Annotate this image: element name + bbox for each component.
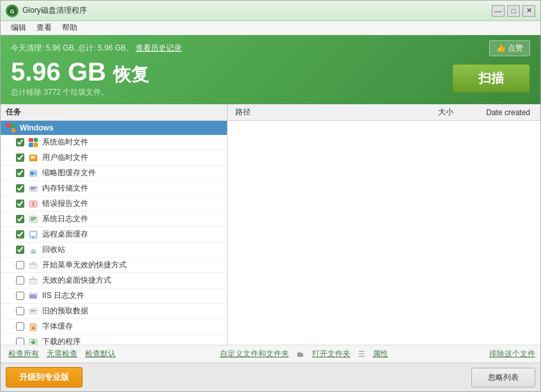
title-bar: G Glory磁盘清理程序 — □ ✕ [1,1,540,21]
bottom-center-actions: 自定义文件和文件夹 🖿 打开文件夹 ☰ 属性 [118,348,489,360]
file-list [228,121,540,345]
menu-bar: 编辑 查看 帮助 [1,21,540,35]
bottom-action-bar: 检查所有 无需检查 检查默认 自定义文件和文件夹 🖿 打开文件夹 ☰ 属性 排除… [1,345,540,363]
task-checkbox-12[interactable] [16,307,24,315]
svg-point-7 [33,172,36,175]
minimize-button[interactable]: — [492,5,505,17]
menu-view[interactable]: 查看 [31,21,57,35]
task-icon-13: A [28,322,38,332]
list-item[interactable]: 下载的程序 [1,334,227,345]
task-icon-10 [28,276,38,286]
task-panel-header: 任务 [1,104,227,121]
like-button[interactable]: 👍 点赞 [489,40,530,56]
list-item[interactable]: A 字体缓存 [1,319,227,334]
task-group-label: Windows [20,123,54,132]
maximize-button[interactable]: □ [507,5,520,17]
menu-help[interactable]: 帮助 [57,21,82,35]
ignore-button[interactable]: 忽略列表 [471,368,535,388]
task-icon-7 [28,230,38,240]
open-folder-link[interactable]: 打开文件夹 [310,348,353,360]
size-label: 恢复 [113,65,149,84]
close-button[interactable]: ✕ [522,5,535,17]
main-window: G Glory磁盘清理程序 — □ ✕ 编辑 查看 帮助 今天清理: 5.96 … [0,0,541,392]
check-default-link[interactable]: 检查默认 [82,348,118,360]
task-checkbox-14[interactable] [16,338,24,345]
list-item[interactable]: 用户临时文件 [1,150,227,166]
exclude-file-link[interactable]: 排除这个文件 [489,349,535,359]
svg-text:G: G [10,8,14,15]
task-label-2: 用户临时文件 [42,152,88,163]
task-icon-5: ! [28,199,38,209]
list-item[interactable]: 回收站 [1,242,227,258]
task-label-7: 远程桌面缓存 [42,229,88,240]
list-item[interactable]: 系统日志文件 [1,212,227,227]
task-list-container[interactable]: Windows 系统临时文件 用户临时文件 [1,121,227,345]
svg-rect-4 [31,157,35,159]
task-checkbox-4[interactable] [16,184,24,192]
window-controls: — □ ✕ [492,5,535,17]
file-panel: 路径 大小 Date created [228,104,540,345]
svg-point-6 [31,171,34,175]
list-item[interactable]: IIS IIS 日志文件 [1,288,227,304]
svg-text:A: A [32,325,35,330]
svg-rect-8 [29,186,37,191]
sub-text: 总计移除 3772 个垃圾文件。 [11,87,149,98]
svg-rect-16 [31,220,34,221]
size-display: 5.96 GB 恢复 [11,59,149,84]
scan-button[interactable]: 扫描 [452,64,530,93]
svg-rect-9 [31,187,36,189]
task-checkbox-2[interactable] [16,153,24,162]
svg-rect-24 [29,279,37,280]
menu-edit[interactable]: 编辑 [6,21,31,35]
task-checkbox-9[interactable] [16,261,24,269]
task-checkbox-11[interactable] [16,292,24,300]
history-link[interactable]: 查看历史记录 [136,43,182,52]
header-top-row: 今天清理: 5.96 GB, 总计: 5.96 GB。 查看历史记录 👍 点赞 [11,40,530,56]
task-icon-3 [28,168,38,178]
task-checkbox-5[interactable] [16,200,24,208]
check-all-link[interactable]: 检查所有 [6,348,42,360]
list-item[interactable]: 旧的预取数据 [1,304,227,319]
list-item[interactable]: 内存转储文件 [1,181,227,196]
list-item[interactable]: 系统临时文件 [1,135,227,150]
size-display-area: 5.96 GB 恢复 总计移除 3772 个垃圾文件。 [11,59,149,98]
svg-rect-10 [31,189,34,189]
properties-link[interactable]: 属性 [370,348,391,360]
task-icon-4 [28,184,38,194]
col-date-header: Date created [459,108,535,117]
col-path-header: 路径 [233,107,407,118]
task-checkbox-1[interactable] [16,138,24,146]
window-title: Glory磁盘清理程序 [22,5,492,16]
list-item[interactable]: ! 错误报告文件 [1,196,227,212]
task-label-10: 无效的桌面快捷方式 [42,275,111,286]
task-group-windows[interactable]: Windows [1,121,227,135]
svg-rect-28 [31,310,36,311]
windows-group-icon [6,123,16,133]
list-item[interactable]: 无效的桌面快捷方式 [1,273,227,288]
task-checkbox-6[interactable] [16,215,24,223]
task-label-1: 系统临时文件 [42,137,88,148]
upgrade-button[interactable]: 升级到专业版 [6,367,82,388]
task-label-9: 开始菜单无效的快捷方式 [42,260,127,270]
task-checkbox-10[interactable] [16,276,24,285]
task-checkbox-7[interactable] [16,230,24,239]
task-panel: 任务 Windows 系统临时文件 [1,104,228,345]
task-checkbox-3[interactable] [16,169,24,177]
list-item[interactable]: 缩略图缓存文件 [1,166,227,181]
col-size-header: 大小 [407,107,459,118]
task-checkbox-8[interactable] [16,246,24,254]
list-item[interactable]: 开始菜单无效的快捷方式 [1,258,227,273]
svg-rect-18 [31,231,36,236]
main-content: 任务 Windows 系统临时文件 [1,104,540,345]
task-icon-11: IIS [28,291,38,301]
task-checkbox-13[interactable] [16,322,24,331]
svg-rect-15 [31,219,36,219]
no-check-link[interactable]: 无需检查 [44,348,80,360]
custom-files-link[interactable]: 自定义文件和文件夹 [217,348,292,360]
task-icon-8 [28,245,38,255]
task-label-4: 内存转储文件 [42,183,88,194]
header-main-row: 5.96 GB 恢复 总计移除 3772 个垃圾文件。 扫描 [11,59,530,98]
file-panel-header: 路径 大小 Date created [228,104,540,121]
task-label-6: 系统日志文件 [42,214,88,224]
list-item[interactable]: 远程桌面缓存 [1,227,227,242]
